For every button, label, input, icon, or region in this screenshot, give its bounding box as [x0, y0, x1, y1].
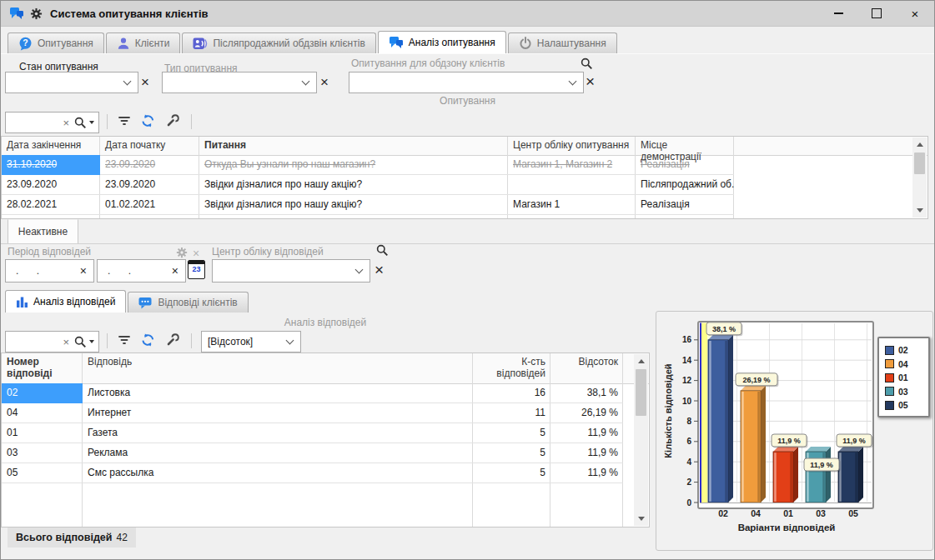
column-header[interactable]: Відсоток	[550, 353, 623, 383]
table-row[interactable]: 05Смс рассылка511,9 %	[2, 463, 623, 483]
maximize-button[interactable]	[857, 1, 896, 26]
table-row[interactable]: 04Интернет1126,19 %	[2, 403, 623, 423]
calendar-button[interactable]: 23	[188, 260, 205, 279]
table-cell[interactable]: 01.02.2021	[100, 195, 199, 215]
search-icon[interactable]	[581, 58, 593, 70]
table-cell[interactable]: Газета	[83, 423, 473, 443]
column-header[interactable]: Місце демонстрації	[636, 137, 734, 155]
column-header[interactable]: Питання	[199, 137, 508, 155]
column-header[interactable]: Дата початку	[100, 137, 199, 155]
main-tab-2[interactable]: Клієнти	[106, 32, 181, 53]
refresh-icon[interactable]	[141, 114, 155, 128]
table-cell[interactable]: Листовка	[83, 383, 473, 403]
table-cell[interactable]: 26,19 %	[550, 403, 623, 423]
table-cell[interactable]: Звідки дізналися про нашу акцію?	[199, 195, 508, 215]
table-cell[interactable]: Откуда Вы узнали про наш магазин?	[199, 155, 508, 175]
search-icon[interactable]	[73, 336, 88, 348]
table-cell[interactable]: 01	[2, 423, 83, 443]
clear-date-icon[interactable]: ×	[172, 264, 178, 278]
table-cell[interactable]: 11,9 %	[550, 463, 623, 483]
table-row[interactable]: 31.10.202023.09.2020Откуда Вы узнали про…	[2, 155, 734, 175]
vertical-scrollbar[interactable]	[634, 354, 648, 526]
period-clear-button[interactable]: ×	[193, 248, 199, 259]
survey-state-clear-button[interactable]: ×	[141, 75, 149, 89]
table-cell[interactable]: 31.10.2020	[2, 155, 100, 175]
clear-search-icon[interactable]: ×	[59, 336, 73, 348]
table-cell[interactable]: 16	[473, 383, 550, 403]
answers-center-combo[interactable]	[212, 259, 370, 282]
answers-tab-2[interactable]: Відповіді клієнтів	[128, 292, 248, 312]
table-cell[interactable]: Звідки дізналися про нашу акцію?	[199, 175, 508, 195]
table-cell[interactable]: Магазин 1, Магазин 2	[508, 155, 636, 175]
survey-type-combo[interactable]	[162, 72, 317, 93]
filter-icon[interactable]	[118, 334, 131, 346]
main-tab-3[interactable]: Післяпродажний обдзвін клієнтів	[182, 32, 375, 53]
filter-icon[interactable]	[118, 115, 131, 127]
table-cell[interactable]: Реалізація	[636, 195, 734, 215]
table-cell[interactable]: 23.09.2020	[2, 175, 100, 195]
table-cell[interactable]: Післяпродажний об...	[636, 175, 734, 195]
clear-search-icon[interactable]: ×	[59, 117, 73, 129]
table-cell[interactable]: 02	[2, 383, 83, 403]
call-survey-clear-button[interactable]: ×	[586, 73, 595, 89]
table-cell[interactable]: 23.09.2020	[100, 175, 199, 195]
survey-state-combo[interactable]	[5, 72, 138, 93]
column-header[interactable]: Дата закінчення	[2, 137, 100, 155]
table-cell[interactable]: 5	[473, 443, 550, 463]
answers-center-clear-button[interactable]: ×	[375, 262, 384, 278]
table-row[interactable]: 03Реклама511,9 %	[2, 443, 623, 463]
search-icon[interactable]	[376, 244, 389, 257]
table-cell[interactable]: 03	[2, 443, 83, 463]
scroll-down-icon[interactable]	[917, 208, 923, 212]
table-cell[interactable]: Реалізація	[636, 155, 734, 175]
table-cell[interactable]: Смс рассылка	[83, 463, 473, 483]
table-cell[interactable]: 23.09.2020	[100, 155, 199, 175]
table-cell[interactable]: 28.02.2021	[2, 195, 100, 215]
table-cell[interactable]: 05	[2, 463, 83, 483]
display-mode-combo[interactable]: [Відсоток]	[201, 331, 301, 352]
clear-date-icon[interactable]: ×	[80, 264, 87, 278]
vertical-scrollbar[interactable]	[912, 138, 927, 218]
main-tab-1[interactable]: ?Опитування	[8, 32, 104, 53]
table-cell[interactable]: 11,9 %	[550, 443, 623, 463]
settings-wrench-icon[interactable]	[166, 333, 179, 347]
period-to-input[interactable]: . . ×	[97, 259, 186, 282]
period-settings-gear-icon[interactable]	[176, 247, 188, 258]
main-tab-5[interactable]: Налаштування	[508, 32, 617, 53]
table-cell[interactable]: 38,1 %	[550, 383, 623, 403]
table-cell[interactable]: 04	[2, 403, 83, 423]
table-cell[interactable]: Интернет	[83, 403, 473, 423]
answers-tab-1[interactable]: Аналіз відповідей	[5, 290, 126, 312]
call-survey-combo[interactable]	[349, 72, 584, 93]
period-from-input[interactable]: . . ×	[5, 259, 94, 282]
column-header[interactable]: К-сть відповідей	[473, 353, 550, 383]
settings-wrench-icon[interactable]	[166, 114, 179, 128]
scrollbar-thumb[interactable]	[914, 152, 925, 174]
table-cell[interactable]: 11,9 %	[550, 423, 623, 443]
column-header[interactable]: Номер відповіді	[2, 353, 83, 383]
minimize-button[interactable]	[819, 1, 857, 26]
table-cell[interactable]: 5	[473, 463, 550, 483]
inactive-filter-tab[interactable]: Неактивне	[8, 219, 78, 244]
search-options-caret-icon[interactable]	[89, 340, 94, 343]
table-row[interactable]: 23.09.202023.09.2020Звідки дізналися про…	[2, 175, 734, 195]
table-row[interactable]: 01Газета511,9 %	[2, 423, 623, 443]
answers-search-input[interactable]: ×	[5, 331, 99, 352]
table-cell[interactable]: 5	[473, 423, 550, 443]
scroll-up-icon[interactable]	[638, 359, 645, 363]
scrollbar-thumb[interactable]	[636, 369, 646, 416]
search-options-caret-icon[interactable]	[89, 121, 94, 124]
table-cell[interactable]: 11	[473, 403, 550, 423]
column-header[interactable]: Відповідь	[83, 353, 473, 383]
scroll-up-icon[interactable]	[917, 142, 923, 147]
survey-type-clear-button[interactable]: ×	[320, 75, 329, 89]
survey-search-input[interactable]: ×	[5, 112, 99, 133]
column-header[interactable]: Центр обліку опитування	[508, 137, 636, 155]
table-cell[interactable]	[508, 175, 636, 195]
table-cell[interactable]: Реклама	[83, 443, 473, 463]
table-row[interactable]: 02Листовка1638,1 %	[2, 383, 623, 403]
table-cell[interactable]: Магазин 1	[508, 195, 636, 215]
scroll-down-icon[interactable]	[638, 517, 645, 521]
close-button[interactable]: ×	[896, 1, 934, 26]
refresh-icon[interactable]	[141, 333, 155, 347]
